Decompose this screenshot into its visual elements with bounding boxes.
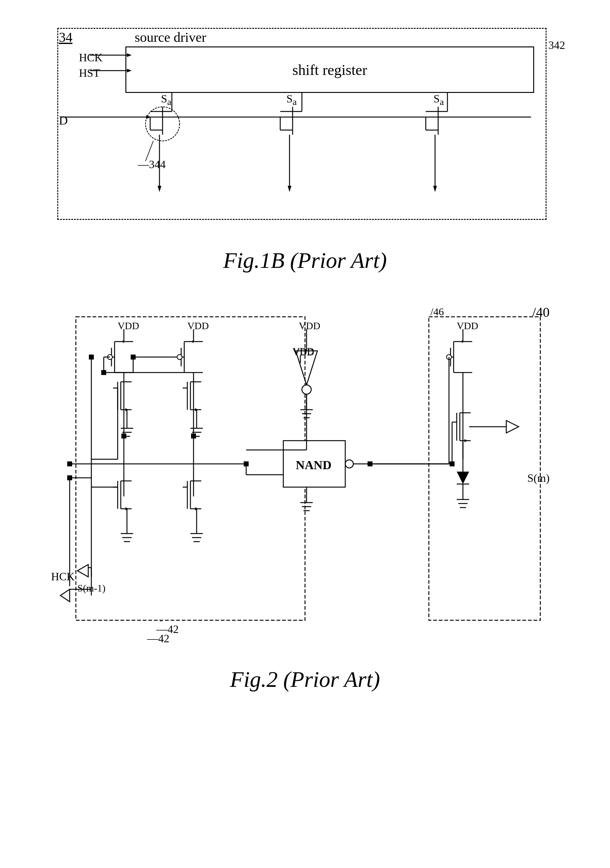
svg-text:VDD: VDD	[118, 320, 139, 331]
fig1b-svg	[42, 19, 568, 236]
svg-text:VDD: VDD	[299, 320, 320, 331]
svg-point-144	[345, 460, 353, 468]
svg-marker-172	[506, 420, 519, 433]
svg-marker-17	[158, 186, 161, 192]
fig2-diagram: /40 —42 HCK S(m-1) S(m) VDD VDD VD	[42, 298, 568, 654]
svg-marker-49	[77, 564, 88, 577]
svg-marker-3	[127, 69, 132, 73]
svg-text:VDD: VDD	[457, 320, 478, 331]
fig1b-container: 34 source driver shift register 342 HCK …	[42, 19, 568, 273]
svg-marker-26	[288, 186, 291, 192]
fig1b-caption: Fig.1B (Prior Art)	[42, 248, 568, 273]
svg-rect-184	[67, 461, 72, 467]
svg-text:VDD: VDD	[293, 346, 314, 357]
svg-marker-65	[191, 340, 194, 343]
fig2-svg: VDD VDD VDD VDD VDD /44 /46	[42, 298, 568, 654]
svg-marker-57	[122, 340, 124, 343]
svg-rect-71	[101, 370, 106, 375]
fig2-container: /40 —42 HCK S(m-1) S(m) VDD VDD VD	[42, 298, 568, 693]
svg-rect-124	[191, 434, 196, 439]
svg-marker-1	[127, 53, 132, 57]
svg-rect-122	[121, 434, 126, 439]
svg-rect-47	[67, 475, 72, 480]
svg-rect-175	[450, 461, 455, 467]
svg-rect-72	[131, 355, 136, 360]
page-container: 34 source driver shift register 342 HCK …	[0, 0, 610, 868]
svg-text:/46: /46	[430, 306, 444, 318]
svg-marker-48	[60, 589, 70, 602]
svg-marker-34	[433, 186, 437, 192]
svg-marker-170	[464, 439, 468, 442]
fig1b-diagram: 34 source driver shift register 342 HCK …	[42, 19, 568, 236]
svg-marker-161	[461, 340, 463, 343]
svg-marker-177	[457, 472, 469, 484]
svg-text:NAND: NAND	[296, 458, 331, 472]
svg-point-132	[302, 385, 311, 394]
svg-rect-36	[76, 317, 305, 620]
ref-42: —42	[147, 632, 169, 645]
svg-point-64	[177, 355, 182, 360]
svg-rect-96	[89, 355, 94, 360]
svg-rect-37	[429, 317, 540, 620]
svg-text:VDD: VDD	[187, 320, 209, 331]
fig2-caption: Fig.2 (Prior Art)	[42, 667, 568, 693]
svg-line-35	[146, 141, 153, 161]
